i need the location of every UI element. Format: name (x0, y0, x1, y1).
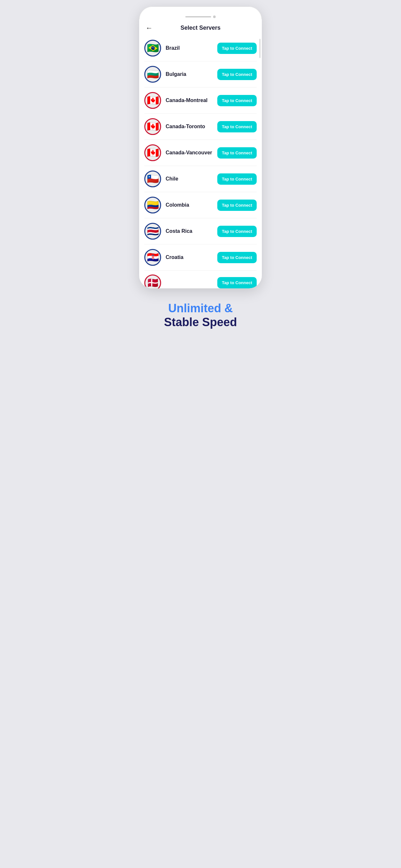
bottom-text: Unlimited & Stable Speed (158, 288, 243, 336)
canada-vancouver-flag-emoji: 🇨🇦 (147, 148, 159, 158)
flag-canada-montreal: 🇨🇦 (144, 92, 161, 109)
notch-bar (185, 16, 211, 18)
flag-canada-toronto: 🇨🇦 (144, 118, 161, 135)
country-name-canada-montreal: Canada-Montreal (166, 97, 217, 103)
country-name-chile: Chile (166, 176, 217, 182)
country-name-costa-rica: Costa Rica (166, 228, 217, 234)
header: ← Select Servers (139, 20, 262, 35)
country-name-canada-toronto: Canada-Toronto (166, 124, 217, 129)
page-title: Select Servers (181, 25, 220, 31)
server-item-canada-toronto[interactable]: 🇨🇦 Canada-Toronto Tap to Connect (144, 114, 257, 140)
connect-btn-partial[interactable]: Tap to Connect (217, 277, 257, 288)
phone-notch (139, 13, 262, 20)
brazil-flag-emoji: 🇧🇷 (147, 43, 159, 53)
server-item-bulgaria[interactable]: 🇧🇬 Bulgaria Tap to Connect (144, 61, 257, 88)
flag-croatia: 🇭🇷 (144, 249, 161, 266)
canada-montreal-flag-emoji: 🇨🇦 (147, 96, 159, 105)
canada-toronto-flag-emoji: 🇨🇦 (147, 122, 159, 131)
country-name-colombia: Colombia (166, 202, 217, 208)
connect-btn-canada-montreal[interactable]: Tap to Connect (217, 95, 257, 106)
flag-costa-rica: 🇨🇷 (144, 223, 161, 240)
phone-frame: ← Select Servers 🇧🇷 Brazil Tap to Connec… (139, 6, 262, 288)
server-item-costa-rica[interactable]: 🇨🇷 Costa Rica Tap to Connect (144, 218, 257, 244)
server-item-partial[interactable]: 🇩🇰 Tap to Connect (144, 271, 257, 288)
flag-brazil: 🇧🇷 (144, 40, 161, 57)
connect-btn-colombia[interactable]: Tap to Connect (217, 199, 257, 211)
flag-chile: 🇨🇱 (144, 170, 161, 187)
country-name-brazil: Brazil (166, 45, 217, 51)
server-item-brazil[interactable]: 🇧🇷 Brazil Tap to Connect (144, 35, 257, 61)
connect-btn-costa-rica[interactable]: Tap to Connect (217, 226, 257, 237)
colombia-flag-emoji: 🇨🇴 (147, 200, 159, 210)
stable-text: Stable Speed (164, 315, 237, 329)
scrollbar[interactable] (259, 39, 260, 58)
country-name-bulgaria: Bulgaria (166, 71, 217, 77)
unlimited-text: Unlimited & (164, 301, 237, 315)
screen: ← Select Servers 🇧🇷 Brazil Tap to Connec… (139, 20, 262, 288)
server-item-canada-vancouver[interactable]: 🇨🇦 Canada-Vancouver Tap to Connect (144, 140, 257, 166)
country-name-croatia: Croatia (166, 254, 217, 260)
server-list: 🇧🇷 Brazil Tap to Connect 🇧🇬 Bulgaria Tap… (139, 35, 262, 288)
connect-btn-croatia[interactable]: Tap to Connect (217, 252, 257, 263)
partial-flag-emoji: 🇩🇰 (147, 278, 159, 288)
server-item-croatia[interactable]: 🇭🇷 Croatia Tap to Connect (144, 244, 257, 271)
server-item-colombia[interactable]: 🇨🇴 Colombia Tap to Connect (144, 192, 257, 218)
connect-btn-bulgaria[interactable]: Tap to Connect (217, 69, 257, 80)
costa-rica-flag-emoji: 🇨🇷 (147, 226, 159, 236)
page-wrapper: ← Select Servers 🇧🇷 Brazil Tap to Connec… (134, 6, 267, 336)
connect-btn-chile[interactable]: Tap to Connect (217, 174, 257, 185)
back-button[interactable]: ← (146, 24, 153, 32)
connect-btn-brazil[interactable]: Tap to Connect (217, 42, 257, 54)
flag-bulgaria: 🇧🇬 (144, 66, 161, 83)
notch-dot (213, 16, 216, 18)
country-name-canada-vancouver: Canada-Vancouver (166, 150, 217, 156)
bulgaria-flag-emoji: 🇧🇬 (147, 69, 159, 79)
connect-btn-canada-toronto[interactable]: Tap to Connect (217, 121, 257, 132)
flag-partial: 🇩🇰 (144, 275, 161, 289)
server-item-chile[interactable]: 🇨🇱 Chile Tap to Connect (144, 166, 257, 192)
connect-btn-canada-vancouver[interactable]: Tap to Connect (217, 147, 257, 159)
chile-flag-emoji: 🇨🇱 (147, 174, 159, 184)
flag-canada-vancouver: 🇨🇦 (144, 144, 161, 161)
flag-colombia: 🇨🇴 (144, 197, 161, 213)
croatia-flag-emoji: 🇭🇷 (147, 252, 159, 262)
server-item-canada-montreal[interactable]: 🇨🇦 Canada-Montreal Tap to Connect (144, 88, 257, 114)
